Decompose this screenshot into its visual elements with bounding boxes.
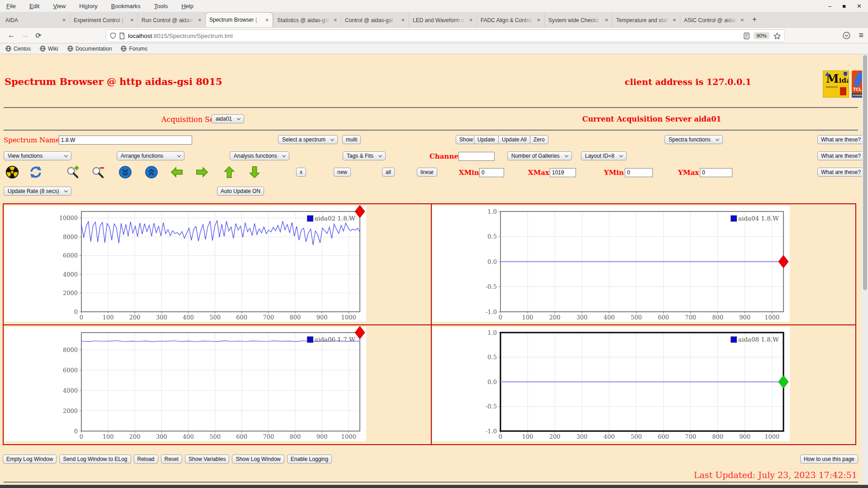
what-are-these-button[interactable]: What are these? [817, 135, 864, 144]
bookmark-wiki[interactable]: Wiki [40, 46, 58, 52]
refresh-icon[interactable] [29, 165, 42, 179]
layout-id-dropdown[interactable]: Layout ID=8 [581, 151, 627, 160]
tab-close-icon[interactable]: ✕ [673, 18, 676, 23]
ymin-input[interactable] [625, 168, 653, 177]
zero-button[interactable]: Zero [530, 135, 548, 144]
spectrum-name-input[interactable] [59, 136, 192, 145]
xmin-input[interactable] [479, 168, 504, 177]
channel-input[interactable] [458, 152, 495, 161]
auto-update-button[interactable]: Auto Update ON [217, 187, 264, 196]
menu-view[interactable]: View [53, 3, 66, 9]
tab-control[interactable]: Control @ aidas-gsi✕ [341, 13, 409, 27]
tab-close-icon[interactable]: ✕ [537, 18, 541, 23]
linear-button[interactable]: linear [417, 168, 437, 177]
bookmark-forums[interactable]: Forums [121, 46, 147, 52]
maximize-icon[interactable]: ■ [842, 3, 846, 9]
show-log-window-button[interactable]: Show Log Window [232, 455, 284, 464]
pan-right-icon[interactable] [195, 165, 209, 179]
spectrum-chart-aida06[interactable]: 0100200300400500600700800900100002000400… [5, 327, 366, 441]
xmax-input[interactable] [550, 168, 576, 177]
pan-up-icon[interactable] [222, 165, 236, 179]
how-to-use-button[interactable]: How to use this page [800, 455, 858, 464]
tab-close-icon[interactable]: ✕ [469, 18, 473, 23]
bookmark-documentation[interactable]: Documentation [67, 46, 112, 52]
pan-left-icon[interactable] [170, 165, 184, 179]
select-spectrum-dropdown[interactable]: Select a spectrum [278, 135, 338, 144]
bookmark-centos[interactable]: Centos [5, 46, 31, 52]
tab-aida[interactable]: AIDA✕ [2, 13, 70, 27]
pan-down-icon[interactable] [248, 165, 261, 179]
number-of-galleries-dropdown[interactable]: Number of Galleries [507, 151, 572, 160]
close-icon[interactable]: ✕ [857, 3, 862, 9]
tab-led-waveform[interactable]: LED and Waveform c✕ [409, 13, 476, 27]
tab-temperature[interactable]: Temperature and stat✕ [612, 13, 680, 27]
all-button[interactable]: all [382, 168, 395, 177]
menu-file[interactable]: File [6, 3, 16, 9]
menu-history[interactable]: History [79, 3, 97, 9]
update-rate-dropdown[interactable]: Update Rate (8 secs) [4, 187, 71, 196]
zoom-out-icon[interactable] [91, 165, 105, 179]
tab-run-control[interactable]: Run Control @ aidas-✕ [137, 13, 205, 27]
tab-experiment-control[interactable]: Experiment Control (✕ [70, 13, 137, 27]
analysis-functions-dropdown[interactable]: Analysis functions [230, 151, 289, 160]
spectrum-chart-aida02[interactable]: 0100200300400500600700800900100002000400… [5, 206, 366, 322]
show-variables-button[interactable]: Show Variables [185, 455, 230, 464]
tab-statistics[interactable]: Statistics @ aidas-gsi✕ [273, 13, 341, 27]
url-bar[interactable]: localhost:8015/Spectrum/Spectrum.tml 90% [106, 30, 784, 42]
send-log-to-elog-button[interactable]: Send Log Window to ELog [59, 455, 131, 464]
scroll-up-icon[interactable] [145, 165, 158, 179]
page-scrollbar[interactable] [862, 54, 868, 485]
tab-close-icon[interactable]: ✕ [334, 18, 337, 23]
update-button[interactable]: Update [474, 135, 499, 144]
tab-close-icon[interactable]: ✕ [130, 18, 134, 23]
acquisition-server-select[interactable]: aida01 [212, 114, 244, 123]
menu-edit[interactable]: Edit [29, 3, 39, 9]
tab-asic-control[interactable]: ASIC Control @ aidas✕ [680, 13, 748, 27]
tags-fits-dropdown[interactable]: Tags & Fits [343, 151, 386, 160]
x-axis-button[interactable]: x [296, 168, 306, 177]
arrange-functions-dropdown[interactable]: Arrange functions [117, 151, 184, 160]
new-button[interactable]: new [334, 168, 351, 177]
scroll-down-icon[interactable] [118, 165, 132, 179]
tab-close-icon[interactable]: ✕ [401, 18, 405, 23]
zoom-level-badge[interactable]: 90% [754, 32, 769, 39]
tab-close-icon[interactable]: ✕ [62, 18, 66, 23]
menu-bookmarks[interactable]: Bookmarks [111, 3, 141, 9]
update-all-button[interactable]: Update All [498, 135, 530, 144]
what-are-these-button[interactable]: What are these? [817, 151, 864, 160]
tab-close-icon[interactable]: ✕ [198, 18, 202, 23]
tab-close-icon[interactable]: ✕ [265, 18, 269, 23]
spectrum-chart-aida08[interactable]: 010020030040050060070080090010001.00.50.… [433, 327, 790, 441]
pocket-icon[interactable] [843, 32, 850, 39]
spectra-functions-dropdown[interactable]: Spectra functions [665, 135, 723, 144]
forward-icon[interactable]: → [18, 31, 32, 39]
tab-close-icon[interactable]: ✕ [605, 18, 609, 23]
reload-icon[interactable]: ⟳ [32, 31, 45, 40]
zoom-in-icon[interactable] [66, 165, 80, 179]
app-menu-icon[interactable]: ≡ [859, 31, 863, 40]
tab-fadc-align[interactable]: FADC Align & Contro✕ [476, 13, 544, 27]
ymax-input[interactable] [700, 168, 732, 177]
enable-logging-button[interactable]: Enable Logging [287, 455, 332, 464]
scrollbar-thumb[interactable] [863, 55, 867, 290]
tab-system-checks[interactable]: System wide Checks✕ [544, 13, 612, 27]
page-info-icon[interactable] [119, 33, 125, 39]
reader-mode-icon[interactable] [744, 33, 750, 39]
reset-button[interactable]: Reset [161, 455, 182, 464]
spectrum-chart-aida04[interactable]: 010020030040050060070080090010001.00.50.… [433, 206, 790, 322]
menu-help[interactable]: Help [181, 3, 193, 9]
empty-log-window-button[interactable]: Empty Log Window [3, 455, 57, 464]
minimize-icon[interactable]: – [828, 3, 831, 9]
radiation-icon[interactable] [5, 165, 19, 179]
new-tab-button[interactable]: + [748, 15, 761, 23]
bookmark-star-icon[interactable] [774, 33, 781, 39]
what-are-these-button[interactable]: What are these? [817, 168, 864, 177]
reload-button[interactable]: Reload [134, 455, 158, 464]
view-functions-dropdown[interactable]: View functions [4, 151, 71, 160]
back-icon[interactable]: ← [5, 31, 18, 39]
tab-close-icon[interactable]: ✕ [741, 18, 744, 23]
midas-logo[interactable]: Midas powered by [823, 70, 849, 98]
menu-tools[interactable]: Tools [154, 3, 168, 9]
multi-button[interactable]: multi [342, 135, 361, 144]
tab-spectrum-browser[interactable]: Spectrum Browser (✕ [205, 12, 273, 27]
